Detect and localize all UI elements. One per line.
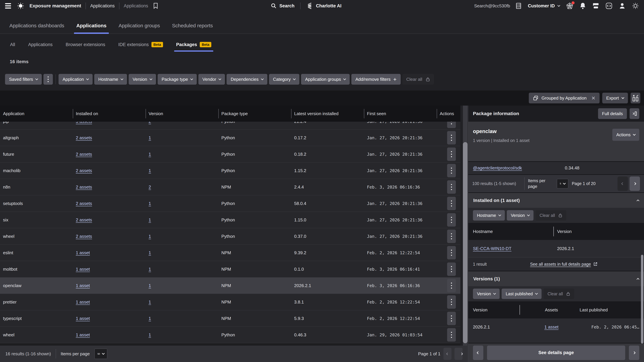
table-row[interactable]: altgraph 2 assets 1 Python 0.17.2 Jan. 2… bbox=[0, 130, 460, 146]
previous-page-button[interactable] bbox=[444, 348, 452, 360]
version-link[interactable]: 1 bbox=[148, 332, 151, 337]
panel-filter-hostname[interactable]: Hostname bbox=[473, 210, 505, 221]
subtab-ide-extensions[interactable]: IDE extensionsBeta bbox=[118, 38, 163, 51]
installed-on-link[interactable]: 3 assets bbox=[76, 122, 92, 124]
column-header-application[interactable]: Application bbox=[0, 111, 73, 116]
table-row[interactable]: future 2 assets 1 Python 0.18.2 Jan. 27,… bbox=[0, 146, 460, 163]
row-actions-menu[interactable] bbox=[447, 263, 456, 276]
panel-previous-page-button[interactable] bbox=[618, 176, 628, 191]
version-link[interactable]: 1 bbox=[148, 201, 151, 206]
grouped-by-chip[interactable]: Grouped by Application ✕ bbox=[529, 93, 600, 103]
installed-on-table-row[interactable]: SE-CCA-WIN10-DT 2026.2.1 bbox=[468, 240, 644, 257]
column-header-version[interactable]: Version bbox=[557, 229, 572, 234]
table-row-selected[interactable]: openclaw 1 asset 1 NPM 2026.2.1 Feb. 3, … bbox=[0, 278, 460, 294]
version-link[interactable]: 1 bbox=[148, 152, 151, 157]
installed-on-link[interactable]: 2 assets bbox=[76, 152, 92, 157]
export-button[interactable]: Export bbox=[602, 93, 628, 103]
row-actions-menu[interactable] bbox=[447, 213, 456, 227]
version-link[interactable]: 1 bbox=[148, 267, 151, 272]
version-link[interactable]: 1 bbox=[148, 283, 151, 288]
table-row[interactable]: moltbot 1 asset 1 NPM 0.1.0 Feb. 3, 2026… bbox=[0, 261, 460, 278]
table-row[interactable]: n8n 2 assets 2 NPM 2.4.4 Feb. 3, 2026 06… bbox=[0, 179, 460, 195]
next-page-button[interactable] bbox=[454, 348, 462, 360]
installed-on-link[interactable]: 2 assets bbox=[76, 185, 92, 190]
menu-icon[interactable] bbox=[4, 2, 12, 9]
breadcrumb-level1[interactable]: Applications bbox=[90, 3, 115, 8]
installed-on-link[interactable]: 1 asset bbox=[76, 300, 90, 305]
row-actions-menu[interactable] bbox=[447, 230, 456, 243]
panel-clear-all-button[interactable]: Clear all bbox=[544, 289, 574, 299]
remove-grouping-icon[interactable]: ✕ bbox=[591, 95, 596, 101]
versions-table-row[interactable]: 2026.2.1 1 asset Feb. 2, 2026 06:45… bbox=[468, 319, 644, 336]
version-link[interactable]: 1 bbox=[148, 300, 151, 305]
table-row[interactable]: typescript 1 asset 1 NPM 5.9.3 Feb. 2, 2… bbox=[0, 310, 460, 327]
subtab-packages[interactable]: PackagesBeta bbox=[176, 38, 211, 51]
installed-on-link[interactable]: 2 assets bbox=[76, 135, 92, 140]
table-row[interactable]: wheel 2 assets 1 Python 0.37.0 Jan. 27, … bbox=[0, 228, 460, 245]
table-row[interactable]: setuptools 2 assets 1 Python 58.0.4 Jan.… bbox=[0, 195, 460, 212]
filter-dependencies[interactable]: Dependencies bbox=[226, 74, 267, 85]
column-header-first-seen[interactable]: First seen bbox=[364, 111, 437, 116]
installed-on-link[interactable]: 2 assets bbox=[76, 234, 92, 239]
brand-logo-icon[interactable] bbox=[16, 1, 25, 10]
subtab-all[interactable]: All bbox=[10, 39, 15, 51]
versions-section-header[interactable]: Versions (1) bbox=[468, 271, 644, 286]
filter-category[interactable]: Category bbox=[269, 74, 300, 85]
table-row[interactable]: wheel 1 asset 1 Python 0.46.3 Jan. 29, 2… bbox=[0, 327, 460, 343]
package-actions-dropdown[interactable]: Actions bbox=[612, 129, 639, 141]
version-link[interactable]: 1 bbox=[148, 135, 151, 140]
table-row[interactable]: pip 3 assets 2 Python 21.2.4 Jan. 27, 20… bbox=[0, 122, 460, 130]
installed-on-link[interactable]: 1 asset bbox=[76, 267, 90, 272]
version-link[interactable]: 1 bbox=[148, 217, 151, 222]
clear-all-filters-button[interactable]: Clear all bbox=[402, 74, 434, 85]
notifications-bell-icon[interactable] bbox=[579, 2, 587, 10]
table-row[interactable]: six 2 assets 1 Python 1.15.0 Jan. 27, 20… bbox=[0, 212, 460, 228]
dependency-link[interactable]: @agentclientprotocol/sdk bbox=[473, 165, 522, 170]
panel-filter-version[interactable]: Version bbox=[507, 210, 534, 221]
version-link[interactable]: 1 bbox=[148, 316, 151, 321]
tab-applications[interactable]: Applications bbox=[76, 23, 106, 33]
user-profile-icon[interactable] bbox=[618, 2, 626, 10]
threat-graph-icon[interactable] bbox=[566, 2, 574, 10]
installed-on-link[interactable]: 2 assets bbox=[76, 201, 92, 206]
column-header-latest-version[interactable]: Latest version installed bbox=[291, 111, 364, 116]
tab-scheduled-reports[interactable]: Scheduled reports bbox=[172, 23, 213, 33]
items-per-page-select[interactable]: 50 bbox=[94, 349, 107, 359]
version-link[interactable]: 1 bbox=[148, 234, 151, 239]
row-actions-menu[interactable] bbox=[447, 164, 456, 177]
collapse-section-icon[interactable] bbox=[636, 278, 640, 281]
tab-application-groups[interactable]: Application groups bbox=[118, 23, 160, 33]
filter-application-groups[interactable]: Application groups bbox=[301, 74, 350, 85]
installed-on-link[interactable]: 1 asset bbox=[76, 332, 90, 337]
search-button[interactable]: Search bbox=[270, 2, 295, 9]
appliance-icon[interactable] bbox=[515, 2, 522, 10]
row-actions-menu[interactable] bbox=[447, 131, 456, 144]
column-header-installed-on[interactable]: Installed on bbox=[73, 111, 146, 116]
panel-clear-all-button[interactable]: Clear all bbox=[536, 210, 566, 221]
panel-next-page-button[interactable] bbox=[630, 176, 640, 191]
api-code-icon[interactable] bbox=[605, 2, 613, 10]
hostname-link[interactable]: SE-CCA-WIN10-DT bbox=[473, 246, 512, 251]
row-actions-menu[interactable] bbox=[447, 197, 456, 210]
table-row[interactable]: macholib 2 assets 1 Python 1.15.2 Jan. 2… bbox=[0, 163, 460, 179]
assets-link[interactable]: 1 asset bbox=[544, 325, 558, 330]
panel-items-per-page-select[interactable]: 5 bbox=[557, 179, 568, 189]
column-settings-button[interactable] bbox=[630, 93, 640, 103]
filter-version[interactable]: Version bbox=[129, 74, 156, 85]
row-actions-menu[interactable] bbox=[447, 295, 456, 309]
tab-applications-dashboards[interactable]: Applications dashboards bbox=[10, 23, 64, 33]
see-all-assets-link[interactable]: See all assets in full details page bbox=[530, 262, 598, 267]
column-header-package-type[interactable]: Package type bbox=[218, 111, 291, 116]
version-link[interactable]: 2 bbox=[148, 122, 151, 124]
messages-icon[interactable] bbox=[592, 2, 600, 10]
collapse-panel-button[interactable] bbox=[630, 108, 639, 119]
installed-on-link[interactable]: 1 asset bbox=[76, 250, 90, 255]
filter-package-type[interactable]: Package type bbox=[158, 74, 197, 85]
filter-vendor[interactable]: Vendor bbox=[198, 74, 225, 85]
table-scrollbar[interactable] bbox=[463, 106, 468, 346]
installed-on-section-header[interactable]: Installed on (1 asset) bbox=[468, 192, 644, 208]
see-details-page-button[interactable]: See details page bbox=[487, 346, 625, 360]
scrollbar-thumb[interactable] bbox=[463, 142, 468, 343]
column-header-version[interactable]: Version bbox=[146, 111, 218, 116]
filter-application[interactable]: Application bbox=[58, 74, 92, 85]
